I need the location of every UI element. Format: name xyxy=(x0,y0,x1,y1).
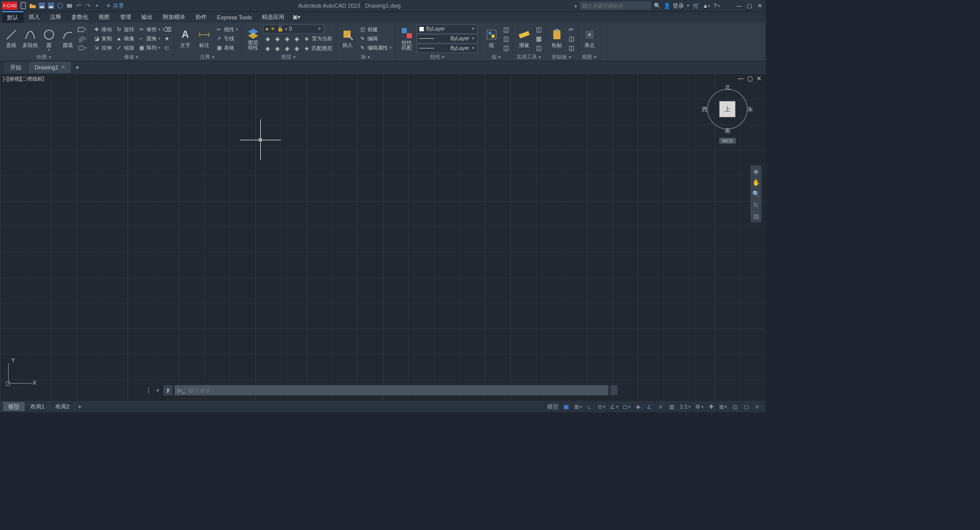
insert-block-button[interactable]: 插入 xyxy=(338,24,357,53)
set-current-button[interactable]: ◈置为当前 xyxy=(302,34,334,43)
search-icon[interactable]: 🔍 xyxy=(653,2,662,10)
ortho-toggle-icon[interactable]: ∟ xyxy=(584,401,595,412)
login-button[interactable]: 👤 登录 ▼ xyxy=(664,2,690,10)
layout-model[interactable]: 模型 xyxy=(3,402,25,411)
model-space-button[interactable]: 模型 xyxy=(545,401,560,412)
rotate-button[interactable]: ↻旋转 xyxy=(114,25,136,34)
tab-insert[interactable]: 插入 xyxy=(23,12,45,22)
annoscale-button[interactable]: 1:1▾ xyxy=(677,401,693,412)
layer-tool-4-icon[interactable]: ◈ xyxy=(292,34,301,43)
undo-icon[interactable]: ↶ xyxy=(75,2,83,10)
layer-tool-8-icon[interactable]: ◈ xyxy=(292,44,301,53)
maximize-icon[interactable]: ▢ xyxy=(745,2,753,10)
polyline-button[interactable]: 多段线 xyxy=(21,24,39,53)
tab-default[interactable]: 默认 xyxy=(2,11,23,23)
polar-toggle-icon[interactable]: ⊙▾ xyxy=(595,401,607,412)
tab-collaborate[interactable]: 协作 xyxy=(190,12,212,22)
clip-copy-icon[interactable]: ◫ xyxy=(567,34,576,43)
transparency-toggle-icon[interactable]: ▥ xyxy=(666,401,677,412)
move-button[interactable]: ✥移动 xyxy=(91,25,113,34)
circle-button[interactable]: 圆 ▼ xyxy=(40,24,58,53)
basepoint-button[interactable]: 基点 xyxy=(580,24,599,53)
compass-south[interactable]: 南 xyxy=(725,127,730,135)
explode-icon[interactable]: ✦ xyxy=(162,34,172,43)
cut-icon[interactable]: ✂ xyxy=(567,25,576,34)
hatch-icon[interactable]: ▾ xyxy=(78,34,87,43)
info-icon[interactable]: ▸ xyxy=(575,3,578,9)
plot-icon[interactable] xyxy=(65,2,74,10)
paste-button[interactable]: 粘贴 xyxy=(548,24,566,53)
table-button[interactable]: ▦表格 xyxy=(214,43,239,53)
cart-icon[interactable]: 🛒 xyxy=(692,2,700,10)
arc-button[interactable]: 圆弧 xyxy=(59,24,77,53)
clip-3-icon[interactable]: ◫ xyxy=(567,43,576,53)
open-icon[interactable] xyxy=(29,2,37,10)
otrack-toggle-icon[interactable]: ∠ xyxy=(644,401,655,412)
nav-show-icon[interactable]: ▤ xyxy=(752,212,760,220)
compass-east[interactable]: 东 xyxy=(747,106,753,113)
grid-toggle-icon[interactable]: ▦ xyxy=(560,401,572,412)
layer-tool-5-icon[interactable]: ◈ xyxy=(263,44,272,53)
layout-1[interactable]: 布局1 xyxy=(25,402,50,411)
cmd-scroll[interactable] xyxy=(610,385,618,395)
vp-maximize-icon[interactable]: ▢ xyxy=(746,75,753,82)
layer-tool-6-icon[interactable]: ◈ xyxy=(273,44,282,53)
text-button[interactable]: A 文字 xyxy=(176,24,194,53)
help-icon[interactable]: ?▾ xyxy=(713,2,721,10)
layer-tool-7-icon[interactable]: ◈ xyxy=(282,44,291,53)
wcs-label[interactable]: WCS xyxy=(719,138,736,144)
annomonitor-icon[interactable]: ✚ xyxy=(705,401,717,412)
nav-orbit-icon[interactable]: ↻ xyxy=(752,201,760,209)
linetype-dropdown[interactable]: ByLayer▼ xyxy=(416,44,478,53)
util-2-icon[interactable]: ▦ xyxy=(534,34,543,43)
viewport-label[interactable]: [-][俯视][二维线框] xyxy=(3,75,44,83)
dimension-button[interactable]: 标注 xyxy=(195,24,213,53)
tab-start[interactable]: 开始 xyxy=(4,62,28,73)
viewcube[interactable]: 北 南 东 西 上 WCS xyxy=(699,84,755,144)
autodesk-icon[interactable]: ▲▾ xyxy=(702,2,710,10)
redo-icon[interactable]: ↷ xyxy=(84,2,92,10)
new-tab-button[interactable]: + xyxy=(72,62,82,72)
search-input[interactable] xyxy=(580,2,651,10)
close-icon[interactable]: ✕ xyxy=(755,2,764,10)
new-icon[interactable] xyxy=(19,2,28,10)
lineweight-toggle-icon[interactable]: ≡ xyxy=(655,401,666,412)
app-logo[interactable]: A CAD xyxy=(2,2,17,10)
gear-icon[interactable]: ⚙▾ xyxy=(693,401,705,412)
customize-icon[interactable]: ≡ xyxy=(751,401,763,412)
compass-north[interactable]: 北 xyxy=(725,84,730,91)
tab-annotate[interactable]: 注释 xyxy=(45,12,66,22)
lineweight-dropdown[interactable]: ByLayer▼ xyxy=(416,34,478,43)
cmd-close-icon[interactable]: × xyxy=(154,387,161,394)
offset-icon[interactable]: ⊂ xyxy=(162,43,172,53)
ws-switch-icon[interactable]: ◫ xyxy=(729,401,740,412)
share-button[interactable]: ✈ 共享 xyxy=(106,2,124,10)
tab-addins[interactable]: 附加模块 xyxy=(158,12,190,22)
tab-manage[interactable]: 管理 xyxy=(115,12,136,22)
isodraft-toggle-icon[interactable]: ∠▾ xyxy=(607,401,620,412)
leader-button[interactable]: ↗引线 xyxy=(214,34,239,43)
edit-block-button[interactable]: ✎编辑 xyxy=(357,34,393,43)
nav-zoom-icon[interactable]: 🔍 xyxy=(752,190,760,198)
tab-express[interactable]: Express Tools xyxy=(212,13,257,22)
scale-button[interactable]: ⤢缩放 xyxy=(114,43,136,53)
tab-drawing1[interactable]: Drawing1 × xyxy=(29,62,71,73)
tab-featured[interactable]: 精选应用 xyxy=(257,12,289,22)
nav-wheel-icon[interactable]: ◉ xyxy=(752,167,760,175)
web-icon[interactable] xyxy=(56,2,64,10)
layer-properties-button[interactable]: 图层 特性 xyxy=(244,24,262,53)
command-input[interactable] xyxy=(188,387,605,393)
mirror-button[interactable]: ▲镜像 xyxy=(114,34,136,43)
ungroup-icon[interactable]: ◫ xyxy=(501,25,510,34)
minimize-icon[interactable]: — xyxy=(735,2,743,10)
array-button[interactable]: ▦阵列▾ xyxy=(136,43,162,53)
viewcube-top[interactable]: 上 xyxy=(719,101,736,117)
layer-tool-3-icon[interactable]: ◈ xyxy=(282,34,291,43)
stretch-button[interactable]: ⇲拉伸 xyxy=(91,43,113,53)
osnap-toggle-icon[interactable]: ◻▾ xyxy=(620,401,632,412)
group-edit-icon[interactable]: ◫ xyxy=(501,34,510,43)
erase-icon[interactable]: ⌫ xyxy=(162,25,172,34)
util-3-icon[interactable]: ◫ xyxy=(534,43,543,53)
group-select-icon[interactable]: ◫ xyxy=(501,43,510,53)
layer-dropdown[interactable]: ● ☀ 🔓 ▪ 0 ▼ xyxy=(263,24,324,34)
